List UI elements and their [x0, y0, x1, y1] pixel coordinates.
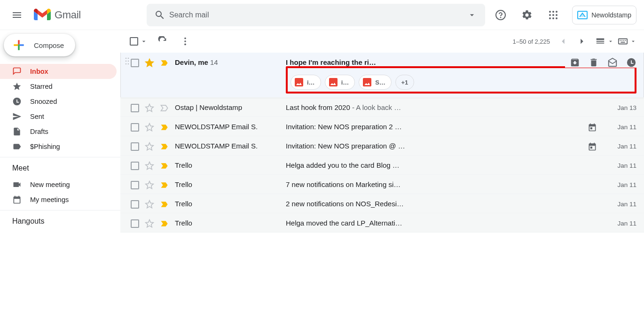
sidebar-item-inbox[interactable]: Inbox	[0, 64, 117, 79]
support-button[interactable]	[489, 4, 512, 26]
star-button[interactable]	[145, 58, 154, 68]
image-icon	[295, 78, 303, 86]
importance-marker[interactable]	[160, 161, 169, 171]
email-row[interactable]: Ostap | Newoldstamp Last hook from 2020 …	[120, 98, 644, 117]
attachment-chip[interactable]: S…	[359, 75, 392, 90]
sidebar-item-phishing[interactable]: $Phishing	[0, 139, 117, 154]
compose-button[interactable]: Compose	[4, 34, 75, 56]
email-row[interactable]: Trello 7 new notifications on Marketing …	[120, 175, 644, 194]
chevron-left-icon	[558, 36, 568, 47]
sidebar-item-starred[interactable]: Starred	[0, 79, 117, 94]
sidebar-item-my-meetings[interactable]: My meetings	[0, 192, 117, 207]
attachment-more[interactable]: +1	[395, 75, 414, 90]
star-button[interactable]	[145, 180, 154, 190]
caret-down-icon[interactable]	[140, 38, 148, 45]
svg-point-1	[501, 17, 501, 17]
select-all-checkbox[interactable]	[128, 35, 149, 47]
importance-marker[interactable]	[160, 103, 169, 113]
email-row[interactable]: Devin, me 14 I hope I'm reaching the ri……	[120, 53, 644, 98]
email-row[interactable]: Trello Helga moved the card LP_Alternati…	[120, 213, 644, 233]
svg-rect-18	[619, 39, 627, 44]
attachment-chip[interactable]: i…	[325, 75, 355, 90]
caret-down-icon	[607, 38, 614, 45]
row-checkbox[interactable]	[131, 104, 139, 112]
row-checkbox[interactable]	[131, 162, 139, 170]
calendar-event-icon[interactable]	[586, 140, 599, 151]
main-menu-button[interactable]	[6, 4, 28, 26]
row-checkbox[interactable]	[131, 59, 139, 67]
delete-button[interactable]	[589, 57, 599, 68]
subject-line: Invitation: New NOS preparation 2 …	[286, 123, 586, 131]
apps-button[interactable]	[542, 4, 565, 26]
importance-marker[interactable]	[160, 123, 169, 132]
svg-point-13	[184, 40, 186, 42]
attachment-name: S…	[375, 79, 385, 86]
svg-point-26	[126, 61, 127, 62]
sidebar-item-snoozed[interactable]: Snoozed	[0, 94, 117, 109]
star-button[interactable]	[145, 142, 154, 151]
row-checkbox[interactable]	[131, 123, 139, 132]
search-bar[interactable]	[147, 4, 485, 26]
importance-marker[interactable]	[160, 200, 169, 209]
file-icon	[12, 127, 22, 136]
image-icon	[363, 78, 371, 86]
toolbar: 1–50 of 2,225	[120, 30, 644, 53]
email-row[interactable]: NEWOLDSTAMP Email S. Invitation: New NOS…	[120, 136, 644, 156]
importance-marker[interactable]	[160, 219, 169, 228]
star-button[interactable]	[145, 161, 154, 171]
row-checkbox[interactable]	[131, 219, 139, 228]
more-button[interactable]	[176, 32, 195, 51]
row-checkbox[interactable]	[131, 142, 139, 151]
row-checkbox[interactable]	[131, 181, 139, 189]
row-checkbox[interactable]	[131, 200, 139, 209]
sidebar-item-drafts[interactable]: Drafts	[0, 124, 117, 139]
prev-page-button[interactable]	[554, 32, 573, 51]
svg-point-12	[184, 38, 186, 39]
input-tools-button[interactable]	[618, 36, 636, 47]
date: Jan 11	[599, 179, 636, 188]
mark-read-button[interactable]	[607, 57, 618, 68]
plus-icon	[11, 38, 26, 53]
sidebar: Compose Inbox Starred Snoozed Sent Draft…	[0, 30, 120, 335]
next-page-button[interactable]	[573, 32, 591, 51]
row-hover-actions	[565, 57, 636, 68]
star-icon	[12, 82, 22, 91]
settings-button[interactable]	[516, 4, 538, 26]
svg-point-24	[126, 58, 127, 59]
archive-button[interactable]	[570, 57, 580, 68]
sidebar-item-label: $Phishing	[30, 143, 60, 150]
svg-point-9	[552, 17, 554, 19]
calendar-event-icon[interactable]	[586, 121, 599, 132]
search-icon[interactable]	[150, 6, 169, 24]
search-options-button[interactable]	[463, 6, 481, 24]
svg-point-4	[556, 11, 558, 13]
email-row[interactable]: Trello Helga added you to the card Blog …	[120, 156, 644, 175]
star-button[interactable]	[145, 103, 154, 113]
sidebar-item-label: Sent	[30, 113, 44, 120]
refresh-button[interactable]	[153, 32, 172, 51]
split-pane-button[interactable]	[595, 36, 614, 47]
star-button[interactable]	[145, 219, 154, 228]
sidebar-item-sent[interactable]: Sent	[0, 109, 117, 124]
chevron-right-icon	[577, 36, 587, 47]
drag-handle[interactable]	[125, 56, 131, 66]
snooze-button[interactable]	[626, 57, 636, 68]
addon-chip[interactable]: Newoldstamp	[572, 6, 636, 24]
search-input[interactable]	[169, 11, 463, 19]
sidebar-item-label: Snoozed	[30, 98, 57, 105]
svg-point-14	[184, 44, 186, 46]
attachment-name: i…	[341, 79, 349, 86]
sidebar-item-new-meeting[interactable]: New meeting	[0, 177, 117, 192]
star-button[interactable]	[145, 200, 154, 209]
importance-marker[interactable]	[160, 142, 169, 151]
importance-marker[interactable]	[160, 180, 169, 190]
email-row[interactable]: Trello 2 new notifications on NOS_Redesi…	[120, 194, 644, 213]
importance-marker[interactable]	[160, 58, 169, 68]
star-button[interactable]	[145, 123, 154, 132]
svg-point-5	[549, 14, 551, 16]
svg-point-28	[126, 63, 127, 65]
attachment-chip[interactable]: i…	[291, 75, 321, 90]
sender: NEWOLDSTAMP Email S.	[169, 140, 286, 150]
logo-area[interactable]: Gmail	[30, 8, 142, 22]
email-row[interactable]: NEWOLDSTAMP Email S. Invitation: New NOS…	[120, 117, 644, 136]
